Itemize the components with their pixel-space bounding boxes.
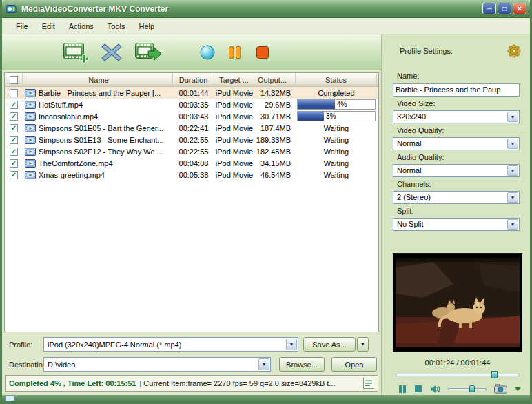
file-name-text: Simpsons S01E13 - Some Enchant...: [39, 136, 164, 144]
split-select[interactable]: No Split ▼: [393, 218, 520, 231]
column-output[interactable]: Output...: [254, 73, 296, 86]
row-checkbox[interactable]: ✓: [10, 124, 18, 132]
menu-tools[interactable]: Tools: [101, 20, 132, 32]
destination-select[interactable]: D:\video ▼: [43, 357, 271, 372]
video-size-select[interactable]: 320x240 ▼: [393, 110, 520, 123]
video-file-icon: [25, 101, 36, 109]
chevron-down-icon[interactable]: ▼: [507, 139, 518, 149]
table-row[interactable]: ✓Inconsolable.mp400:03:43iPod Movie30.71…: [5, 110, 378, 122]
table-row[interactable]: ✓Simpsons S01E05 - Bart the Gener...00:2…: [5, 122, 378, 134]
table-row[interactable]: ✓Simpsons S01E13 - Some Enchant...00:22:…: [5, 134, 378, 145]
chevron-down-icon[interactable]: ▼: [507, 112, 518, 122]
stop-button[interactable]: [254, 44, 271, 61]
open-button[interactable]: Open: [331, 357, 377, 372]
minimize-button[interactable]: ─: [482, 3, 496, 14]
gear-icon[interactable]: [507, 44, 521, 58]
duration-cell: 00:03:43: [173, 110, 214, 122]
duration-cell: 00:22:41: [173, 122, 214, 134]
table-row[interactable]: Barbie - Princess and the Pauper [...00:…: [5, 87, 378, 99]
row-checkbox[interactable]: ✓: [10, 136, 18, 144]
channels-value: 2 (Stereo): [397, 193, 431, 201]
row-checkbox[interactable]: ✓: [10, 112, 18, 121]
progress-bar: 3%: [297, 111, 376, 121]
row-filler: [377, 145, 378, 157]
video-file-icon: [25, 159, 36, 168]
seek-thumb[interactable]: [491, 371, 498, 378]
chevron-down-icon[interactable]: ▼: [507, 192, 518, 203]
menu-edit[interactable]: Edit: [35, 20, 62, 32]
column-name[interactable]: Name: [23, 73, 173, 86]
volume-icon[interactable]: [430, 385, 440, 394]
profile-select[interactable]: iPod (320x240)MPEG-4 Normal (*.mp4) ▼: [43, 337, 298, 352]
volume-track[interactable]: [448, 388, 487, 390]
volume-thumb[interactable]: [469, 385, 475, 392]
table-row[interactable]: ✓HotStuff.mp400:03:35iPod Movie29.6MB4%: [5, 99, 378, 110]
log-icon[interactable]: [363, 378, 374, 389]
menu-file[interactable]: File: [9, 20, 35, 32]
row-checkbox[interactable]: ✓: [10, 101, 18, 109]
audio-quality-select[interactable]: Normal ▼: [393, 164, 520, 177]
status-progress-text: Completed 4% , Time Left: 00:15:51: [9, 379, 136, 387]
status-cell: Completed: [296, 87, 377, 99]
name-input[interactable]: [393, 83, 520, 97]
row-checkbox[interactable]: ✓: [10, 159, 18, 168]
pause-button[interactable]: [227, 44, 243, 61]
seek-track[interactable]: [396, 374, 520, 376]
file-name-cell: Simpsons S02E12 - They Way We ...: [23, 145, 173, 157]
row-check-cell: ✓: [5, 110, 23, 122]
duration-cell: 00:22:55: [173, 134, 214, 145]
close-button[interactable]: ×: [513, 3, 526, 14]
chevron-down-icon[interactable]: ▼: [507, 165, 518, 176]
save-as-menu-button[interactable]: ▼: [357, 337, 369, 352]
audio-quality-value: Normal: [397, 166, 421, 174]
add-file-button[interactable]: [63, 41, 89, 64]
row-checkbox[interactable]: ✓: [10, 171, 18, 179]
output-size-cell: 30.71MB: [254, 110, 296, 122]
chevron-down-icon[interactable]: ▼: [258, 358, 269, 370]
file-name-text: Simpsons S01E05 - Bart the Gener...: [39, 124, 163, 132]
table-row[interactable]: ✓Xmas-greeting.mp400:05:38iPod Movie46.5…: [5, 169, 378, 181]
column-status[interactable]: Status: [296, 73, 377, 86]
table-row[interactable]: ✓Simpsons S02E12 - They Way We ...00:22:…: [5, 145, 378, 157]
row-check-cell: ✓: [5, 157, 23, 169]
window-title: MediaVideoConverter MKV Converter: [21, 4, 482, 14]
snapshot-camera-icon[interactable]: [494, 384, 507, 394]
name-label: Name:: [397, 72, 520, 81]
row-check-cell: ✓: [5, 122, 23, 134]
volume-slider[interactable]: [448, 385, 487, 393]
column-target[interactable]: Target ...: [214, 73, 254, 86]
channels-select[interactable]: 2 (Stereo) ▼: [393, 191, 520, 204]
row-checkbox[interactable]: ✓: [10, 148, 18, 156]
menu-help[interactable]: Help: [132, 20, 161, 32]
file-name-text: Barbie - Princess and the Pauper [...: [39, 89, 161, 97]
convert-button[interactable]: [134, 41, 162, 64]
video-quality-select[interactable]: Normal ▼: [393, 137, 520, 150]
chevron-down-icon[interactable]: ▼: [286, 339, 297, 350]
select-all-checkbox[interactable]: [10, 76, 18, 84]
audio-quality-label: Audio Quality:: [397, 153, 520, 163]
browse-button[interactable]: Browse...: [279, 357, 325, 372]
start-button[interactable]: [199, 44, 216, 61]
snapshot-menu-icon[interactable]: [515, 387, 521, 392]
column-duration[interactable]: Duration: [173, 73, 214, 86]
video-preview: [393, 253, 522, 352]
target-cell: iPod Movie: [214, 169, 254, 181]
output-size-cell: 46.54MB: [254, 169, 296, 181]
row-checkbox[interactable]: [10, 89, 18, 97]
target-cell: iPod Movie: [214, 157, 254, 169]
select-all-header[interactable]: [5, 73, 23, 86]
profile-label: Profile:: [9, 341, 43, 349]
player-stop-button[interactable]: [414, 385, 422, 393]
file-name-text: HotStuff.mp4: [39, 101, 83, 109]
player-pause-button[interactable]: [398, 385, 407, 394]
file-name-text: TheComfortZone.mp4: [39, 159, 113, 168]
chevron-down-icon[interactable]: ▼: [507, 219, 518, 230]
row-filler: [377, 122, 378, 134]
maximize-button[interactable]: □: [498, 3, 511, 14]
seek-slider[interactable]: [396, 370, 520, 377]
destination-label: Destination:: [9, 361, 43, 369]
menu-actions[interactable]: Actions: [62, 20, 101, 32]
save-as-button[interactable]: Save As...: [303, 337, 356, 352]
remove-file-button[interactable]: [100, 41, 123, 63]
table-row[interactable]: ✓TheComfortZone.mp400:04:08iPod Movie34.…: [5, 157, 378, 169]
